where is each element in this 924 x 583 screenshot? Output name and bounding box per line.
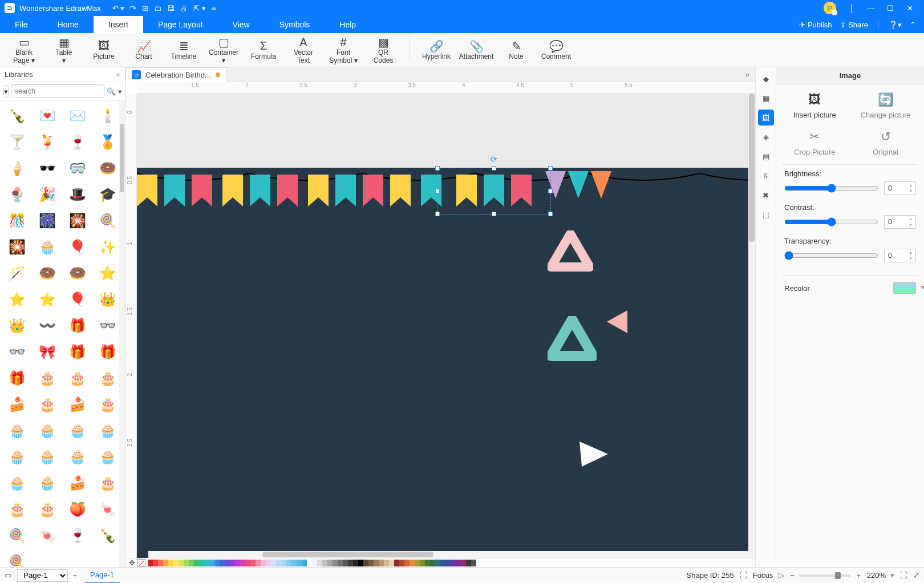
color-swatch[interactable]: [389, 560, 394, 566]
library-shape[interactable]: 🍭: [2, 549, 31, 567]
eyedropper-icon[interactable]: ✥: [129, 558, 135, 567]
color-swatch[interactable]: [199, 560, 204, 566]
color-swatch[interactable]: [399, 560, 404, 566]
library-shape[interactable]: 🍷: [63, 523, 92, 548]
library-shape[interactable]: 🍾: [2, 103, 31, 128]
library-shape[interactable]: 🍨: [2, 182, 31, 207]
library-shape[interactable]: 🧁: [94, 444, 123, 469]
library-shape[interactable]: 🍰: [63, 392, 92, 417]
library-shape[interactable]: 🍬: [94, 497, 123, 522]
color-swatch[interactable]: [184, 560, 189, 566]
library-shape[interactable]: 🍷: [63, 129, 92, 155]
color-swatch[interactable]: [312, 560, 317, 566]
library-shape[interactable]: 🎂: [33, 497, 62, 522]
play-icon[interactable]: ▷: [779, 571, 784, 580]
library-shape[interactable]: ⭐: [2, 287, 31, 312]
library-shape[interactable]: 🍭: [94, 208, 123, 233]
color-swatch[interactable]: [204, 560, 209, 566]
color-swatch[interactable]: [209, 560, 214, 566]
color-swatch[interactable]: [466, 560, 471, 566]
color-swatch[interactable]: [404, 560, 410, 566]
document-tab[interactable]: ⊃ Celebration Birthd...: [125, 67, 226, 82]
menu-page-layout[interactable]: Page Layout: [143, 16, 218, 33]
color-swatch[interactable]: [153, 560, 158, 566]
zoom-in-icon[interactable]: ＋: [855, 570, 862, 581]
color-swatch[interactable]: [343, 560, 348, 566]
color-swatch[interactable]: [358, 560, 363, 566]
maximize-button[interactable]: ☐: [881, 4, 900, 13]
library-shape[interactable]: 🍹: [33, 129, 62, 155]
no-fill-swatch[interactable]: [137, 559, 145, 567]
add-page-icon[interactable]: ＋: [71, 570, 79, 581]
library-shape[interactable]: ⭐: [94, 261, 123, 286]
collapse-libraries-icon[interactable]: «: [116, 70, 120, 79]
selection-handle[interactable]: [548, 189, 553, 193]
color-swatch[interactable]: [250, 560, 256, 566]
color-swatch[interactable]: [194, 560, 199, 566]
contrast-slider[interactable]: [784, 217, 878, 226]
color-swatch[interactable]: [256, 560, 261, 566]
color-swatch[interactable]: [261, 560, 266, 566]
library-shape[interactable]: 🍭: [2, 523, 31, 548]
color-swatch[interactable]: [410, 560, 415, 566]
color-swatch[interactable]: [384, 560, 389, 566]
horizontal-scrollbar[interactable]: [148, 551, 755, 558]
font-symbol-button[interactable]: #FontSymbol ▾: [325, 34, 362, 66]
library-shape[interactable]: 🍬: [33, 523, 62, 548]
insert-picture-action[interactable]: 🖼Insert picture: [782, 92, 848, 119]
selection-handle[interactable]: [435, 189, 440, 193]
library-shape[interactable]: 🎀: [33, 339, 62, 365]
new-icon[interactable]: ⊞: [142, 4, 148, 13]
color-swatch[interactable]: [379, 560, 384, 566]
rotate-handle-icon[interactable]: ⟳: [491, 155, 497, 164]
color-swatch[interactable]: [271, 560, 276, 566]
library-shape[interactable]: ✉️: [63, 103, 92, 128]
color-swatch[interactable]: [297, 560, 302, 566]
color-swatch[interactable]: [317, 560, 322, 566]
library-shape[interactable]: ⭐: [33, 287, 62, 312]
note-button[interactable]: ✎Note: [498, 34, 534, 66]
library-shape[interactable]: 🕶️: [33, 156, 62, 181]
color-swatch[interactable]: [158, 560, 163, 566]
brightness-slider[interactable]: [784, 184, 878, 193]
blank-page-button[interactable]: ▭BlankPage ▾: [6, 34, 42, 66]
color-swatch[interactable]: [451, 560, 456, 566]
more-icon[interactable]: ≡: [212, 4, 216, 13]
menu-home[interactable]: Home: [43, 16, 94, 33]
library-shape[interactable]: 🎁: [2, 366, 31, 391]
color-swatch[interactable]: [307, 560, 312, 566]
color-swatch[interactable]: [353, 560, 358, 566]
brightness-value[interactable]: 0▴▾: [884, 181, 916, 195]
library-shape[interactable]: 🎉: [33, 182, 62, 207]
library-shape[interactable]: 🧁: [2, 418, 31, 443]
color-swatch[interactable]: [245, 560, 250, 566]
undo-icon[interactable]: ↶ ▾: [112, 4, 125, 13]
library-shape[interactable]: 🍩: [63, 261, 92, 286]
transparency-slider[interactable]: [784, 251, 878, 260]
library-shape[interactable]: 🎇: [63, 208, 92, 233]
library-shape[interactable]: 🎂: [2, 497, 31, 522]
share-button[interactable]: ⇪ Share: [840, 21, 868, 29]
library-shape[interactable]: 🎁: [63, 339, 92, 365]
color-swatch[interactable]: [266, 560, 271, 566]
picture-button[interactable]: 🖼Picture: [86, 34, 122, 66]
color-swatch[interactable]: [445, 560, 451, 566]
color-swatch[interactable]: [281, 560, 286, 566]
library-shape[interactable]: 👑: [2, 313, 31, 338]
print-icon[interactable]: 🖨: [180, 4, 188, 13]
color-swatch[interactable]: [435, 560, 440, 566]
library-shape[interactable]: 🎈: [63, 287, 92, 312]
library-shape[interactable]: 💌: [33, 103, 62, 128]
toolstrip-image[interactable]: 🖼: [758, 110, 774, 125]
selection-handle[interactable]: [492, 212, 496, 216]
library-picker[interactable]: ▾: [3, 85, 9, 98]
page-selector[interactable]: Page-1: [17, 569, 68, 582]
color-swatch[interactable]: [173, 560, 179, 566]
collapse-ribbon-icon[interactable]: ⌃: [910, 21, 916, 29]
library-shape[interactable]: 🍩: [33, 261, 62, 286]
vertical-scrollbar[interactable]: [748, 94, 755, 551]
help-icon[interactable]: ❔▾: [889, 21, 902, 29]
color-swatch[interactable]: [430, 560, 435, 566]
library-scrollbar[interactable]: [119, 101, 125, 567]
color-swatch[interactable]: [374, 560, 379, 566]
